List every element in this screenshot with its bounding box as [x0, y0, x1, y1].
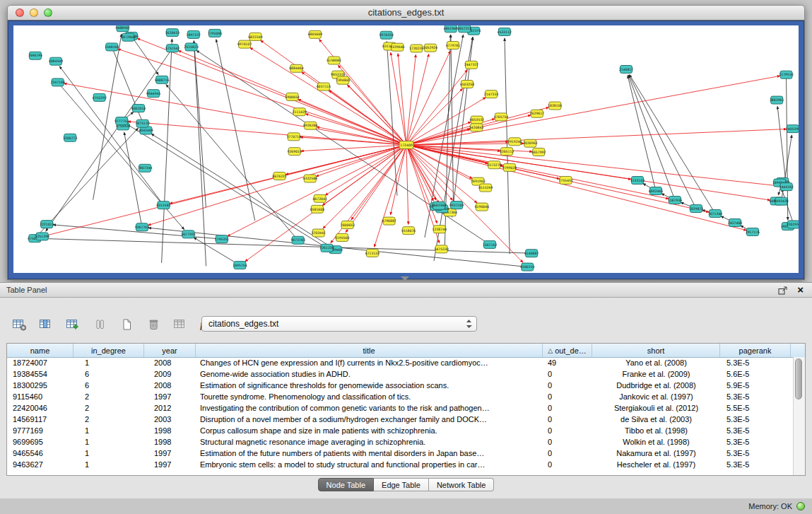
table-row[interactable]: 1938455462009Genome-wide association stu…	[7, 368, 805, 380]
column-header-title[interactable]: title	[196, 344, 543, 357]
graph-node-label: 8926384	[303, 124, 318, 127]
graph-node-label: 8581608	[310, 208, 325, 211]
table-selector-dropdown[interactable]: citations_edges.txt	[201, 316, 477, 332]
column-header-short[interactable]: short	[592, 344, 720, 357]
column-header-label: title	[363, 346, 375, 355]
cell-in_degree: 1	[73, 425, 144, 436]
delete-table-glyph	[146, 318, 161, 331]
graph-node-label: 6713133	[365, 252, 380, 255]
graph-node-label: 5900654	[285, 95, 300, 99]
graph-node-label: 1444162	[779, 185, 794, 189]
table-row[interactable]: 1456911722003Disruption of a novel membe…	[7, 414, 805, 425]
graph-edge	[216, 40, 255, 221]
graph-node-label: 5195560	[335, 236, 350, 240]
tab-node-table[interactable]: Node Table	[318, 478, 374, 491]
add-column-glyph	[66, 318, 81, 331]
graph-node-label: 3770714	[286, 135, 301, 139]
cell-out_degree: 0	[543, 402, 592, 414]
minimize-window-button[interactable]	[30, 8, 38, 17]
table-header-row: namein_degreeyeartitle△out_de…shortpager…	[7, 344, 805, 358]
graph-edge	[194, 41, 206, 207]
graph-node-label: 3883961	[770, 98, 784, 102]
float-panel-icon[interactable]	[778, 286, 788, 298]
graph-edge	[131, 36, 158, 75]
graph-edge	[406, 145, 523, 262]
graph-node-label: 8676221	[272, 175, 287, 178]
graph-node-label: 6884464	[289, 66, 304, 70]
graph-node-label: 6140887	[524, 252, 539, 255]
graph-node-label: 5677925	[181, 233, 196, 236]
close-panel-icon[interactable]: ×	[797, 284, 804, 296]
cell-out_degree: 49	[543, 357, 592, 368]
scrollbar-thumb[interactable]	[795, 358, 802, 399]
table-vertical-scrollbar[interactable]	[793, 357, 805, 475]
cell-pagerank: 5.5E-5	[720, 402, 791, 414]
new-table-icon[interactable]	[117, 315, 136, 334]
table-row[interactable]: 969969511998Structural magnetic resonanc…	[7, 436, 805, 448]
table-mode-glyph	[12, 318, 27, 331]
graph-node-label: 7875132	[135, 122, 150, 125]
cell-short: Stergiakouli et al. (2012)	[592, 402, 720, 414]
graph-node-label: 6072800	[121, 35, 136, 39]
cell-short: Yano et al. (2008)	[592, 357, 720, 368]
graph-node-label: 5518076	[401, 229, 416, 233]
add-column-icon[interactable]	[64, 315, 83, 334]
graph-node-label: 2447327	[464, 63, 479, 66]
network-graph-canvas[interactable]: 1724096311418172023550529244779781244732…	[13, 25, 799, 273]
graph-node-label: 3265112	[500, 150, 514, 153]
graph-node-label: 9777753	[114, 119, 129, 123]
graph-edge	[629, 75, 696, 209]
table-row[interactable]: 946362711997Embryonic stem cells: a mode…	[7, 459, 805, 470]
graph-edge	[387, 42, 397, 196]
node-table: namein_degreeyeartitle△out_de…shortpager…	[6, 343, 806, 476]
cell-short: Dudbridge et al. (2008)	[592, 380, 720, 391]
application-root: citations_edges.txt 17240963114181720235…	[0, 0, 812, 514]
graph-node-label: 6062014	[131, 107, 146, 110]
cell-in_degree: 6	[73, 368, 144, 380]
column-header-year[interactable]: year	[144, 344, 196, 357]
cell-in_degree: 2	[73, 391, 144, 402]
import-table-icon[interactable]	[171, 315, 190, 334]
tab-network-table[interactable]: Network Table	[429, 478, 495, 491]
cell-name: 9463627	[7, 459, 73, 470]
cell-name: 18724007	[7, 357, 73, 368]
graph-edge	[505, 38, 510, 254]
table-mode-icon[interactable]	[10, 315, 29, 334]
show-columns-icon[interactable]	[37, 315, 56, 334]
table-row[interactable]: 946554611997Estimation of the future num…	[7, 448, 805, 459]
window-titlebar[interactable]: citations_edges.txt	[7, 5, 805, 21]
column-header-name[interactable]: name	[7, 344, 73, 357]
table-row[interactable]: 1830029562008Estimation of significance …	[7, 380, 805, 391]
splitter-grip[interactable]	[401, 276, 409, 281]
table-row[interactable]: 977716911998Corpus callosum shape and si…	[7, 425, 805, 436]
graph-node-label: 2247188	[50, 81, 65, 84]
graph-node-label: 4500310	[520, 265, 535, 269]
tab-edge-table[interactable]: Edge Table	[374, 478, 429, 491]
table-row[interactable]: 1872400712008Changes of HCN gene express…	[7, 357, 805, 368]
column-header-filler	[791, 344, 805, 357]
column-header-out_degree[interactable]: △out_de…	[543, 344, 592, 357]
cell-title: Estimation of the future numbers of pati…	[196, 448, 543, 459]
cell-year: 1998	[144, 436, 196, 448]
graph-node-label: 5970324	[379, 33, 394, 37]
cell-pagerank: 5.3E-5	[720, 425, 791, 436]
cell-in_degree: 2	[73, 402, 144, 414]
cell-pagerank: 5.6E-5	[720, 368, 791, 380]
delete-columns-icon[interactable]	[90, 315, 110, 334]
graph-node-label: 6976107	[237, 42, 252, 46]
column-header-in_degree[interactable]: in_degree	[73, 344, 144, 357]
cell-short: Nakamura et al. (1997)	[592, 448, 720, 459]
table-row[interactable]: 2242004622012Investigating the contribut…	[7, 402, 805, 414]
column-header-pagerank[interactable]: pagerank	[720, 344, 791, 357]
graph-node-label: 6158683	[326, 59, 341, 62]
zoom-window-button[interactable]	[44, 8, 52, 17]
graph-edge	[128, 122, 406, 145]
graph-node-label: 6672041	[312, 197, 327, 201]
close-window-button[interactable]	[16, 8, 24, 17]
graph-node-label: 8311581	[156, 204, 171, 207]
graph-edge	[406, 145, 408, 224]
table-row[interactable]: 911546021997Tourette syndrome. Phenomeno…	[7, 391, 805, 402]
graph-node-label: 4779781	[446, 44, 461, 47]
delete-table-icon[interactable]	[144, 315, 163, 334]
table-toolbar: f(x)	[10, 313, 217, 336]
